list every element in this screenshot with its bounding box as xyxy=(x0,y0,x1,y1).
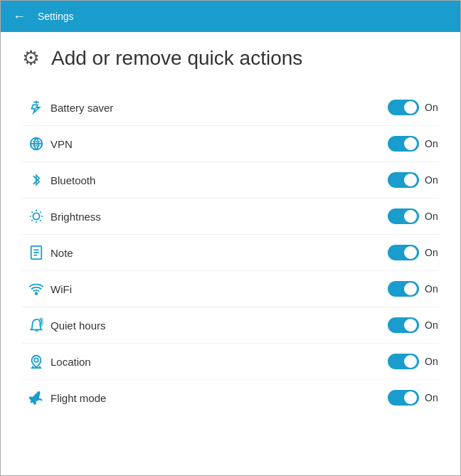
gear-icon: ⚙ xyxy=(22,46,40,70)
settings-window: ← Settings ⚙ Add or remove quick actions… xyxy=(0,0,461,476)
setting-label-location: Location xyxy=(51,356,388,368)
vpn-icon xyxy=(22,136,51,152)
setting-item-bluetooth: BluetoothOn xyxy=(22,162,439,199)
flight-mode-icon xyxy=(22,390,51,406)
svg-line-13 xyxy=(31,220,32,221)
setting-label-bluetooth: Bluetooth xyxy=(51,174,388,186)
svg-line-12 xyxy=(40,220,41,221)
setting-item-quiet-hours: Quiet hoursOn xyxy=(22,307,439,344)
toggle-flight-mode[interactable] xyxy=(388,390,419,406)
toggle-state-flight-mode: On xyxy=(425,392,439,403)
svg-line-11 xyxy=(31,211,32,212)
toggle-battery-saver[interactable] xyxy=(388,100,419,115)
toggle-group-brightness: On xyxy=(388,208,439,224)
setting-label-brightness: Brightness xyxy=(51,211,388,223)
toggle-group-quiet-hours: On xyxy=(388,317,439,333)
toggle-group-vpn: On xyxy=(388,136,439,152)
toggle-state-wifi: On xyxy=(425,283,439,295)
settings-list: Battery saverOn VPNOn BluetoothOn Bright… xyxy=(22,90,439,416)
titlebar: ← Settings xyxy=(1,1,460,32)
toggle-group-location: On xyxy=(388,354,439,369)
setting-item-flight-mode: Flight modeOn xyxy=(22,380,439,416)
setting-item-battery-saver: Battery saverOn xyxy=(22,90,439,126)
toggle-group-battery-saver: On xyxy=(388,100,439,115)
toggle-state-bluetooth: On xyxy=(425,174,439,186)
setting-label-vpn: VPN xyxy=(51,138,388,150)
toggle-state-battery-saver: On xyxy=(425,102,439,113)
setting-label-flight-mode: Flight mode xyxy=(51,392,388,404)
bluetooth-icon xyxy=(22,172,51,188)
toggle-group-wifi: On xyxy=(388,281,439,297)
toggle-state-vpn: On xyxy=(425,138,439,149)
setting-item-brightness: BrightnessOn xyxy=(22,199,439,235)
setting-label-wifi: WiFi xyxy=(51,283,388,295)
svg-point-20 xyxy=(34,358,38,362)
toggle-group-bluetooth: On xyxy=(388,172,439,188)
svg-point-19 xyxy=(36,292,38,295)
back-button[interactable]: ← xyxy=(9,6,29,26)
toggle-note[interactable] xyxy=(388,245,419,260)
toggle-group-note: On xyxy=(388,245,439,260)
toggle-quiet-hours[interactable] xyxy=(388,317,419,333)
setting-label-quiet-hours: Quiet hours xyxy=(51,319,388,332)
setting-label-battery-saver: Battery saver xyxy=(51,102,388,114)
quiet-hours-icon xyxy=(22,317,51,333)
toggle-state-quiet-hours: On xyxy=(425,319,439,331)
back-icon: ← xyxy=(13,9,26,24)
battery-saver-icon xyxy=(22,100,51,115)
toggle-state-brightness: On xyxy=(425,211,439,222)
toggle-location[interactable] xyxy=(388,354,419,369)
page-title: Add or remove quick actions xyxy=(51,47,302,70)
svg-line-14 xyxy=(40,211,41,212)
svg-point-6 xyxy=(33,213,39,219)
toggle-bluetooth[interactable] xyxy=(388,172,419,188)
wifi-icon xyxy=(22,281,51,297)
toggle-state-location: On xyxy=(425,356,439,367)
setting-item-location: LocationOn xyxy=(22,344,439,380)
toggle-brightness[interactable] xyxy=(388,208,419,224)
setting-item-note: NoteOn xyxy=(22,235,439,271)
location-icon xyxy=(22,354,51,369)
titlebar-title: Settings xyxy=(38,11,74,22)
setting-item-vpn: VPNOn xyxy=(22,126,439,162)
page-header: ⚙ Add or remove quick actions xyxy=(22,46,439,70)
setting-label-note: Note xyxy=(51,247,388,259)
brightness-icon xyxy=(22,208,51,224)
setting-item-wifi: WiFiOn xyxy=(22,271,439,307)
toggle-vpn[interactable] xyxy=(388,136,419,152)
toggle-wifi[interactable] xyxy=(388,281,419,297)
toggle-state-note: On xyxy=(425,247,439,258)
content-area: ⚙ Add or remove quick actions Battery sa… xyxy=(1,32,460,475)
toggle-group-flight-mode: On xyxy=(388,390,439,406)
note-icon xyxy=(22,245,51,260)
